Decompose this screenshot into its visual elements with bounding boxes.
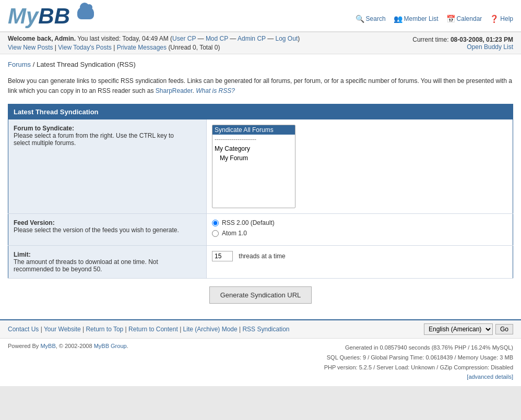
page-title: Latest Thread Syndication (RSS) [37,61,136,68]
members-icon: 👥 [394,15,402,23]
help-label: Help [500,15,513,22]
page-description: Below you can generate links to specific… [0,71,521,104]
footer-info: Powered By MyBB, © 2002-2008 MyBB Group.… [0,339,521,386]
search-link[interactable]: 🔍 Search [356,15,386,23]
limit-desc: The amount of threads to download at one… [14,258,201,273]
forum-option-category[interactable]: My Category [212,144,295,153]
forums-breadcrumb-link[interactable]: Forums [8,61,31,68]
help-link[interactable]: ❓ Help [490,15,513,23]
search-icon: 🔍 [356,15,364,23]
footer-links-bar: Contact Us | Your Website | Return to To… [0,319,521,339]
rss2-label: RSS 2.00 (Default) [222,219,275,226]
mod-cp-link[interactable]: Mod CP [206,35,228,42]
return-to-top-link[interactable]: Return to Top [86,326,123,333]
user-cp-link[interactable]: User CP [172,35,196,42]
forum-option-sep: -------------------- [212,135,295,144]
atom1-label: Atom 1.0 [222,230,247,237]
lite-mode-link[interactable]: Lite (Archive) Mode [183,326,238,333]
syndication-form-table: Latest Thread Syndication Forum to Syndi… [8,104,513,279]
forum-option-forum[interactable]: My Forum [212,153,295,163]
member-list-link[interactable]: 👥 Member List [394,15,439,23]
contact-us-link[interactable]: Contact Us [8,326,39,333]
rss2-option: RSS 2.00 (Default) [212,219,507,226]
rss2-radio[interactable] [212,220,219,226]
mybb-group-link[interactable]: MyBB Group [94,343,127,349]
return-to-content-link[interactable]: Return to Content [128,326,178,333]
generate-area: Generate Syndication URL [8,279,513,311]
member-list-label: Member List [404,15,439,22]
current-time-label: Current time: [412,36,448,43]
atom1-option: Atom 1.0 [212,230,507,237]
forum-option-all[interactable]: Syndicate All Forums [212,125,295,135]
feed-label: Feed Version: [14,219,55,226]
rss-syndication-link[interactable]: RSS Syndication [242,326,289,333]
footer-nav: Contact Us | Your Website | Return to To… [8,326,290,333]
welcome-text: Welcome back, Admin. You last visited: T… [8,35,300,42]
forum-desc: Please select a forum from the right. Us… [14,132,201,147]
breadcrumb: Forums / Latest Thread Syndication (RSS) [0,54,521,71]
view-todays-posts-link[interactable]: View Today's Posts [58,44,112,51]
current-time: 08-03-2008, 01:23 PM [451,36,513,43]
view-new-posts-link[interactable]: View New Posts [8,44,53,51]
powered-by: Powered By MyBB, © 2002-2008 MyBB Group. [8,343,128,349]
private-messages-link[interactable]: Private Messages [117,44,167,51]
generate-syndication-button[interactable]: Generate Syndication URL [209,286,312,304]
go-button[interactable]: Go [495,324,513,334]
search-label: Search [366,15,386,22]
logo-cloud-icon [77,7,94,19]
limit-label: Limit: [14,251,31,258]
calendar-icon: 📅 [446,15,455,23]
language-select[interactable]: English (American) [424,323,493,335]
open-buddy-list-link[interactable]: Open Buddy List [467,43,513,51]
forum-label: Forum to Syndicate: [14,125,74,132]
unread-count: (Unread 0, Total 0) [168,44,220,51]
forum-select[interactable]: Syndicate All Forums -------------------… [212,125,295,208]
your-website-link[interactable]: Your Website [44,326,81,333]
limit-row: Limit: The amount of threads to download… [8,246,513,279]
logout-link[interactable]: Log Out [276,35,298,42]
advanced-details-link[interactable]: [advanced details] [467,374,513,380]
calendar-link[interactable]: 📅 Calendar [446,15,482,23]
mybb-link[interactable]: MyBB [40,343,55,349]
feed-desc: Please select the version of the feeds y… [14,226,201,234]
limit-input[interactable] [212,251,233,261]
help-icon: ❓ [490,15,499,23]
atom1-radio[interactable] [212,230,219,237]
logo-bb: BB [38,4,70,28]
forum-row: Forum to Syndicate: Please select a foru… [8,119,513,214]
calendar-label: Calendar [457,15,482,22]
sharp-reader-link[interactable]: SharpReader [156,87,193,94]
logo-my: My [8,4,38,28]
language-select-area: English (American) Go [424,323,513,335]
threads-label: threads at a time [239,253,285,260]
feed-version-row: Feed Version: Please select the version … [8,214,513,246]
what-is-rss-link[interactable]: What is RSS? [196,87,235,94]
admin-cp-link[interactable]: Admin CP [238,35,266,42]
stats: Generated in 0.0857940 seconds (83.76% P… [324,343,513,382]
